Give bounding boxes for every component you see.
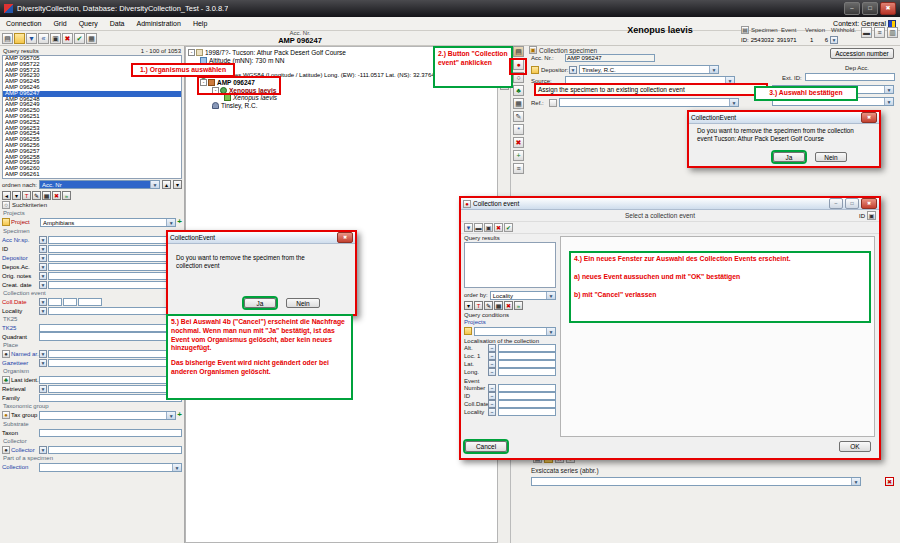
operator-icon[interactable]: ~	[488, 384, 496, 392]
delete-icon[interactable]: ✖	[62, 33, 73, 44]
accession-number-button[interactable]: Accession number	[830, 48, 894, 59]
dlg-coll-date-input[interactable]	[498, 400, 556, 408]
back-icon[interactable]: ◂	[2, 191, 11, 200]
cancel-button[interactable]: Cancel	[465, 441, 507, 452]
operator-icon[interactable]: ~	[488, 408, 496, 416]
no-button[interactable]: Nein	[286, 298, 320, 308]
dlg-long-input[interactable]	[498, 368, 556, 376]
dlg-number-input[interactable]	[498, 384, 556, 392]
dlg-lat-input[interactable]	[498, 360, 556, 368]
operator-icon[interactable]: ~	[488, 352, 496, 360]
dlg-loc1-input[interactable]	[498, 352, 556, 360]
chevron-down-icon[interactable]: ▼	[39, 254, 47, 262]
chevron-down-icon[interactable]: ▼	[39, 307, 47, 315]
close-button[interactable]: ✖	[880, 2, 896, 15]
coll-date-day-input[interactable]	[48, 298, 62, 306]
menu-query[interactable]: Query	[73, 20, 104, 27]
dlg-alt-input[interactable]	[498, 344, 556, 352]
maximize-icon[interactable]: □	[845, 198, 859, 209]
dlg-result-list[interactable]	[464, 242, 556, 288]
depositor-select[interactable]: Tinsley, R.C.▼	[579, 65, 719, 74]
depos-ac-input[interactable]	[48, 263, 182, 271]
copy-icon[interactable]: ▣	[484, 223, 493, 232]
collapse-icon[interactable]: -	[188, 49, 195, 56]
delete-icon[interactable]: ✖	[513, 137, 524, 148]
checkbox-grid-icon[interactable]: ✔	[74, 33, 85, 44]
close-icon[interactable]: ✖	[337, 232, 353, 243]
locality-input[interactable]	[48, 307, 182, 315]
chevron-down-icon[interactable]: ▼	[569, 66, 577, 74]
tax-group-select[interactable]: ▼	[39, 411, 176, 420]
sort-asc-icon[interactable]: ▴	[162, 180, 171, 189]
withhold-dropdown-icon[interactable]: ▼	[830, 36, 838, 44]
check-icon[interactable]: ✔	[504, 223, 513, 232]
new-document-icon[interactable]: ▤	[2, 33, 13, 44]
acc-nr-sp-input[interactable]	[48, 236, 182, 244]
search-icon[interactable]: ○	[513, 72, 524, 83]
id-picker-icon[interactable]: ▣	[867, 211, 876, 220]
tk25-heading[interactable]: TK25	[0, 315, 184, 323]
printer-icon[interactable]: ▬	[861, 27, 872, 38]
retrieval-input[interactable]	[48, 385, 182, 393]
sort-desc-icon[interactable]: ▾	[173, 180, 182, 189]
collection-event-button[interactable]: ●	[513, 59, 524, 70]
collapse-icon[interactable]: -	[212, 87, 219, 94]
quadrant-select[interactable]: ▼	[39, 332, 182, 341]
list-item[interactable]: AMP 096261	[3, 172, 181, 178]
coll-date-year-input[interactable]	[78, 298, 102, 306]
id-input[interactable]	[48, 245, 182, 253]
ref-checkbox[interactable]	[549, 99, 557, 107]
organism-tool-icon[interactable]: ♣	[513, 85, 524, 96]
dlg-locality-input[interactable]	[498, 408, 556, 416]
minimize-button[interactable]: –	[844, 2, 860, 15]
copy-icon[interactable]: ▣	[50, 33, 61, 44]
depositor-input[interactable]	[48, 254, 182, 262]
projects-heading[interactable]: Projects	[0, 209, 184, 217]
dlg-clear-icon[interactable]: ✖	[504, 301, 513, 310]
menu-help[interactable]: Help	[187, 20, 213, 27]
close-icon[interactable]: ✖	[861, 112, 877, 123]
family-input[interactable]	[39, 394, 182, 402]
collapse-icon[interactable]: -	[200, 79, 207, 86]
no-button[interactable]: Nein	[815, 152, 847, 162]
dlg-order-select[interactable]: Locality▼	[490, 291, 556, 300]
tree-node-organism[interactable]: Xenopus laevis	[229, 87, 276, 94]
refresh-icon[interactable]: »	[62, 191, 71, 200]
tree-node-collector[interactable]: Tinsley, R.C.	[221, 102, 257, 109]
save-icon[interactable]: ▼	[26, 33, 37, 44]
menu-administration[interactable]: Administration	[131, 20, 187, 27]
collector-input[interactable]	[48, 446, 182, 454]
table-icon[interactable]: ▦	[86, 33, 97, 44]
dlg-text-filter-icon[interactable]: T	[474, 301, 483, 310]
filter-dropdown-icon[interactable]: ▾	[12, 191, 21, 200]
chevron-down-icon[interactable]: ▼	[39, 281, 47, 289]
chevron-down-icon[interactable]: ▼	[39, 236, 47, 244]
yes-button[interactable]: Ja	[244, 298, 276, 308]
named-area-input[interactable]	[48, 350, 182, 358]
operator-icon[interactable]: ~	[488, 400, 496, 408]
delete-icon[interactable]: ✖	[494, 223, 503, 232]
tree-node-coordinates[interactable]: Coordinates WGS84 (Longitude / Latitude)…	[209, 72, 435, 78]
minimize-icon[interactable]: –	[829, 198, 843, 209]
last-ident-input[interactable]	[39, 376, 182, 384]
chevron-down-icon[interactable]: ▼	[39, 385, 47, 393]
clear-filter-icon[interactable]: ✖	[52, 191, 61, 200]
print-icon[interactable]: ▬	[474, 223, 483, 232]
dlg-filter-dropdown-icon[interactable]: ▾	[464, 301, 473, 310]
chevron-down-icon[interactable]: ▼	[39, 272, 47, 280]
place-heading[interactable]: Place	[0, 341, 184, 349]
order-by-select[interactable]: Acc. Nr▼	[39, 180, 160, 189]
specimen-card-icon[interactable]: ▤	[513, 46, 524, 57]
dlg-grid-icon[interactable]: ▦	[494, 301, 503, 310]
orig-notes-input[interactable]	[48, 272, 182, 280]
collector-heading[interactable]: Collector	[0, 437, 184, 445]
acc-value-field[interactable]: AMP 096247	[565, 54, 655, 62]
coll-date-month-input[interactable]	[63, 298, 77, 306]
tree-node-identification[interactable]: Xenopus laevis	[233, 94, 277, 101]
chevron-down-icon[interactable]: ▼	[39, 298, 47, 306]
taxon-input[interactable]	[39, 429, 182, 437]
dlg-edit-filter-icon[interactable]: ✎	[484, 301, 493, 310]
report-icon[interactable]: ▥	[887, 27, 898, 38]
remove-exsiccata-icon[interactable]: ✖	[885, 477, 894, 486]
dlg-project-select[interactable]: ▼	[474, 327, 556, 336]
